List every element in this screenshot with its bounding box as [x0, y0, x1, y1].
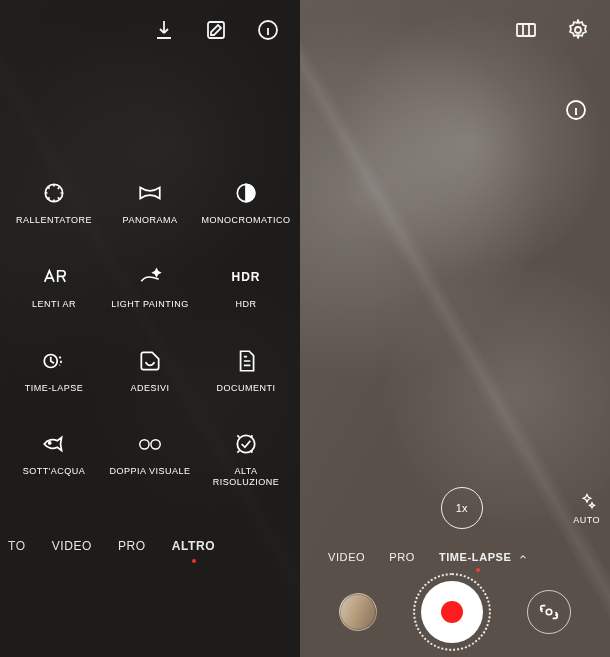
- mode-label: TIME-LAPSE: [25, 383, 84, 394]
- sticker-icon: [137, 348, 163, 374]
- edit-icon[interactable]: [204, 18, 228, 42]
- mode-documenti[interactable]: DOCUMENTI: [200, 348, 292, 394]
- mode-doppia-visuale[interactable]: DOPPIA VISUALE: [104, 431, 196, 488]
- chevron-up-icon: [518, 552, 528, 562]
- tab-foto[interactable]: TO: [8, 539, 26, 553]
- svg-point-5: [49, 442, 51, 444]
- info-icon[interactable]: [256, 18, 280, 42]
- mode-adesivi[interactable]: ADESIVI: [104, 348, 196, 394]
- left-mode-strip: TO VIDEO PRO ALTRO: [0, 539, 300, 553]
- svg-point-12: [546, 609, 552, 615]
- viewfinder-overlay: 1x AUTO: [310, 487, 600, 529]
- document-icon: [233, 348, 259, 374]
- tab-video[interactable]: VIDEO: [328, 551, 365, 563]
- tab-video[interactable]: VIDEO: [52, 539, 92, 553]
- left-topbar: [0, 0, 300, 66]
- download-icon[interactable]: [152, 18, 176, 42]
- mode-label: ADESIVI: [130, 383, 169, 394]
- settings-icon[interactable]: [566, 18, 590, 42]
- mode-hdr[interactable]: HDR HDR: [200, 264, 292, 310]
- right-mode-strip: VIDEO PRO TIME-LAPSE: [300, 551, 610, 563]
- mode-label: HDR: [236, 299, 257, 310]
- tab-pro[interactable]: PRO: [118, 539, 146, 553]
- mode-monocromatico[interactable]: MONOCROMATICO: [200, 180, 292, 226]
- mode-time-lapse[interactable]: TIME-LAPSE: [8, 348, 100, 394]
- mode-label: LENTI AR: [32, 299, 76, 310]
- fish-icon: [41, 431, 67, 457]
- right-topbar: [300, 0, 610, 66]
- mode-label: RALLENTATORE: [16, 215, 92, 226]
- tab-pro[interactable]: PRO: [389, 551, 415, 563]
- tab-altro[interactable]: ALTRO: [172, 539, 215, 553]
- mode-label: SOTT'ACQUA: [23, 466, 86, 477]
- svg-point-2: [45, 184, 62, 201]
- svg-point-7: [151, 440, 160, 449]
- gallery-thumbnail[interactable]: [334, 588, 383, 637]
- ar-icon: [41, 264, 67, 290]
- contrast-icon: [233, 180, 259, 206]
- mode-light-painting[interactable]: LIGHT PAINTING: [104, 264, 196, 310]
- speed-button[interactable]: 1x: [441, 487, 483, 529]
- auto-button[interactable]: AUTO: [573, 492, 600, 525]
- left-phone: RALLENTATORE PANORAMA MONOCROMATICO LENT…: [0, 0, 300, 657]
- timelapse-icon: [41, 348, 67, 374]
- svg-rect-9: [517, 24, 535, 36]
- sparkle-icon: [137, 264, 163, 290]
- aspect-ratio-icon[interactable]: [514, 18, 538, 42]
- shutter-button[interactable]: [421, 581, 483, 643]
- mode-alta-risoluzione[interactable]: ALTA RISOLUZIONE: [200, 431, 292, 488]
- dual-view-icon: [137, 431, 163, 457]
- mode-label: DOPPIA VISUALE: [109, 466, 190, 477]
- svg-point-10: [575, 27, 581, 33]
- mode-lenti-ar[interactable]: LENTI AR: [8, 264, 100, 310]
- mode-panorama[interactable]: PANORAMA: [104, 180, 196, 226]
- info-icon[interactable]: [564, 98, 588, 122]
- panorama-icon: [137, 180, 163, 206]
- right-phone: 1x AUTO VIDEO PRO TIME-LAPSE: [300, 0, 610, 657]
- mode-label: PANORAMA: [123, 215, 178, 226]
- mode-label: LIGHT PAINTING: [111, 299, 189, 310]
- bottom-controls: [300, 581, 610, 643]
- mode-rallentatore[interactable]: RALLENTATORE: [8, 180, 100, 226]
- mode-label: MONOCROMATICO: [202, 215, 291, 226]
- svg-point-6: [140, 440, 149, 449]
- mode-grid: RALLENTATORE PANORAMA MONOCROMATICO LENT…: [8, 180, 292, 488]
- hdr-icon: HDR: [233, 264, 259, 290]
- tab-time-lapse[interactable]: TIME-LAPSE: [439, 551, 528, 563]
- dial-icon: [41, 180, 67, 206]
- mode-label: ALTA RISOLUZIONE: [201, 466, 291, 488]
- mode-label: DOCUMENTI: [217, 383, 276, 394]
- camera-flip-button[interactable]: [527, 590, 571, 634]
- mode-sottacqua[interactable]: SOTT'ACQUA: [8, 431, 100, 488]
- svg-point-8: [237, 436, 254, 453]
- hires-icon: [233, 431, 259, 457]
